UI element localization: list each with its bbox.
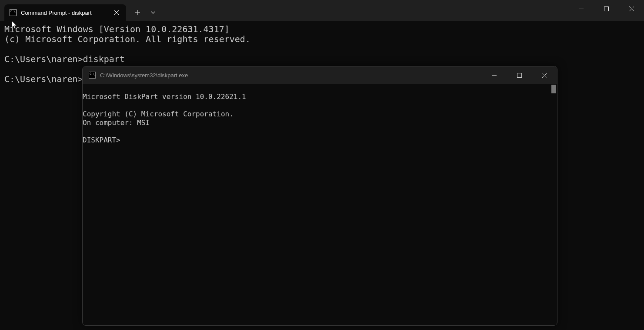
- minimize-button[interactable]: [568, 0, 594, 17]
- diskpart-line: DISKPART>: [83, 136, 120, 144]
- diskpart-line: Microsoft DiskPart version 10.0.22621.1: [83, 92, 246, 101]
- diskpart-scrollbar-thumb[interactable]: [551, 85, 556, 93]
- terminal-line: (c) Microsoft Corporation. All rights re…: [4, 34, 250, 44]
- diskpart-close-button[interactable]: [532, 66, 557, 84]
- terminal-line: C:\Users\naren>diskpart: [4, 54, 125, 64]
- tab-actions: [130, 4, 161, 21]
- tab-close-button[interactable]: [112, 8, 121, 17]
- terminal-icon: [89, 72, 96, 79]
- diskpart-line: On computer: MSI: [83, 119, 150, 127]
- diskpart-window-controls: [481, 66, 557, 84]
- window-controls: [568, 0, 644, 21]
- diskpart-maximize-button[interactable]: [507, 66, 532, 84]
- tab-title: Command Prompt - diskpart: [21, 10, 109, 16]
- svg-rect-5: [604, 7, 608, 11]
- diskpart-window: C:\Windows\system32\diskpart.exe Microso…: [82, 66, 557, 326]
- diskpart-titlebar[interactable]: C:\Windows\system32\diskpart.exe: [83, 66, 557, 84]
- tab-command-prompt[interactable]: Command Prompt - diskpart: [4, 4, 126, 21]
- terminal-icon: [10, 9, 17, 16]
- close-button[interactable]: [619, 0, 644, 17]
- terminal-line: C:\Users\naren>: [4, 74, 83, 84]
- main-titlebar: Command Prompt - diskpart: [0, 0, 644, 21]
- new-tab-button[interactable]: [130, 5, 145, 20]
- svg-rect-9: [517, 73, 521, 77]
- terminal-line: Microsoft Windows [Version 10.0.22631.43…: [4, 24, 230, 34]
- maximize-button[interactable]: [594, 0, 619, 17]
- tab-dropdown-button[interactable]: [145, 5, 161, 20]
- diskpart-output[interactable]: Microsoft DiskPart version 10.0.22621.1 …: [83, 84, 557, 325]
- diskpart-minimize-button[interactable]: [481, 66, 507, 84]
- diskpart-line: Copyright (C) Microsoft Corporation.: [83, 110, 234, 118]
